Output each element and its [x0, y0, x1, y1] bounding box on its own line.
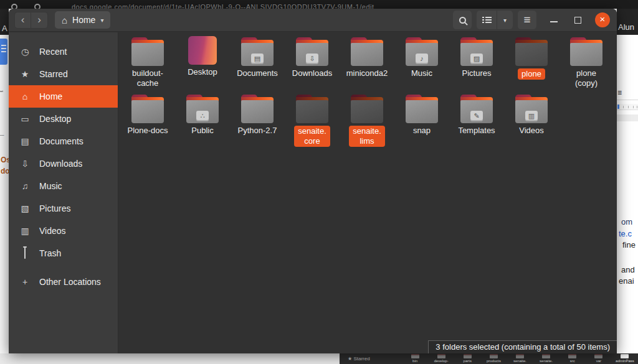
template-emblem-icon: ✎ — [470, 111, 483, 121]
search-button[interactable] — [453, 11, 472, 29]
file-item-plone-(copy)[interactable]: plone (copy) — [559, 36, 614, 88]
menu-button[interactable]: ≡ — [518, 11, 536, 29]
forward-button[interactable]: › — [31, 12, 48, 29]
mini-file-label: products — [487, 359, 501, 363]
sidebar-item-trash[interactable]: Trash — [9, 242, 118, 264]
sidebar-item-label: Documents — [39, 136, 83, 146]
sidebar-item-label: Home — [39, 91, 62, 101]
location-breadcrumb-button[interactable]: ⌂ Home ▾ — [55, 11, 110, 29]
sidebar-item-label: Trash — [39, 248, 61, 258]
file-item-videos[interactable]: ▥Videos — [504, 93, 559, 147]
sidebar-item-label: Starred — [39, 69, 68, 79]
file-item-downloads[interactable]: ⇩Downloads — [285, 36, 340, 88]
sidebar-item-music[interactable]: ♫Music — [9, 175, 118, 197]
sidebar-item-pictures[interactable]: ▧Pictures — [9, 197, 118, 220]
background-mini-file-senaite: senaite. — [507, 353, 533, 364]
list-view-button[interactable] — [477, 11, 497, 29]
sidebar-item-videos[interactable]: ▥Videos — [9, 220, 118, 242]
chevron-down-icon: ▾ — [503, 17, 507, 24]
folder-icon — [542, 354, 550, 358]
maximize-button[interactable] — [574, 17, 581, 24]
file-item-public[interactable]: ∴Public — [175, 93, 230, 147]
files-window: ‹ › ⌂ Home ▾ ▾ ≡ × ◷Recent★Starred⌂Home▭… — [9, 9, 617, 353]
file-item-senaite.-lims[interactable]: senaite. lims — [340, 93, 394, 147]
background-mini-file-row: bindevelop-partsproductssenaite.senaite.… — [402, 353, 638, 364]
background-bottom-window[interactable]: ★ Starred bindevelop-partsproductssenait… — [0, 353, 638, 364]
back-button[interactable]: ‹ — [14, 12, 31, 29]
file-item-buildout--cache[interactable]: buildout- cache — [120, 36, 175, 88]
file-item-senaite.-core[interactable]: senaite. core — [285, 93, 340, 147]
download-icon: ⇩ — [19, 159, 31, 169]
background-doc-icon — [0, 39, 7, 65]
background-mini-file-products: products — [480, 353, 507, 364]
folder-icon — [437, 354, 445, 358]
sidebar-item-documents[interactable]: ▤Documents — [9, 130, 118, 152]
background-docs-divider — [617, 100, 638, 100]
view-options-button[interactable]: ▾ — [497, 11, 513, 29]
sidebar-item-label: Recent — [39, 47, 67, 57]
download-emblem-icon: ⇩ — [306, 54, 318, 64]
file-item-templates[interactable]: ✎Templates — [449, 93, 504, 147]
file-label: plone (copy) — [575, 68, 598, 88]
file-icon — [621, 354, 629, 358]
background-mini-file-develop: develop- — [428, 353, 454, 364]
minimize-button[interactable] — [550, 21, 558, 22]
mini-file-label: senaite. — [540, 359, 553, 363]
sidebar-item-desktop[interactable]: ▭Desktop — [9, 108, 118, 130]
file-grid: buildout- cacheDesktop▤Documents⇩Downloa… — [119, 32, 617, 147]
file-item-miniconda2[interactable]: miniconda2 — [340, 36, 394, 88]
folder-icon: ▤ — [240, 37, 275, 66]
mini-file-label: var — [596, 359, 601, 363]
folder-icon — [569, 37, 604, 66]
background-arrow-fragment: ← — [0, 128, 6, 139]
clock-icon: ◷ — [19, 47, 31, 57]
file-item-snap[interactable]: snap — [394, 93, 449, 147]
file-label: Python-2.7 — [238, 126, 277, 136]
view-toggle-split-button: ▾ — [477, 11, 513, 29]
background-docs-band — [617, 114, 638, 121]
background-docs-toolbar-fragment: ≡ — [617, 88, 622, 97]
sidebar-item-downloads[interactable]: ⇩Downloads — [9, 152, 118, 175]
search-icon — [459, 17, 466, 24]
file-item-plone-docs[interactable]: Plone-docs — [120, 93, 175, 147]
file-item-music[interactable]: ♪Music — [394, 36, 449, 88]
background-mini-file-adminpass: adminPass — [612, 353, 638, 364]
sidebar-item-starred[interactable]: ★Starred — [9, 63, 118, 85]
folder-icon — [130, 95, 165, 123]
background-link-fragment: te.c — [619, 229, 632, 238]
hamburger-icon: ≡ — [523, 14, 530, 26]
status-bar: 3 folders selected (containing a total o… — [428, 340, 617, 353]
sidebar-item-other-locations[interactable]: +Other Locations — [9, 271, 118, 293]
sidebar-item-label: Videos — [39, 226, 66, 236]
folder-icon — [295, 95, 330, 123]
music-emblem-icon: ♪ — [416, 54, 428, 64]
mini-file-label: adminPass — [616, 359, 634, 363]
background-starred-item: ★ Starred — [348, 356, 370, 362]
file-label: snap — [413, 126, 431, 136]
browser-reload-fragment-icon — [34, 4, 40, 9]
background-mini-file-parts: parts — [454, 353, 480, 364]
file-label: miniconda2 — [346, 68, 388, 78]
file-item-desktop[interactable]: Desktop — [175, 36, 230, 88]
window-controls: × — [536, 12, 617, 27]
file-item-plone[interactable]: plone — [504, 36, 559, 88]
sidebar-item-home[interactable]: ⌂Home — [9, 85, 118, 108]
star-icon: ★ — [348, 356, 352, 362]
mini-file-label: senaite. — [513, 359, 526, 363]
file-label: Plone-docs — [127, 126, 168, 136]
folder-icon — [240, 95, 275, 123]
file-item-pictures[interactable]: ▨Pictures — [449, 36, 504, 88]
close-button[interactable]: × — [595, 12, 610, 27]
desktop-stage: docs.google.com/document/d/1te-UAclQPWhL… — [0, 0, 638, 364]
background-text-fragment: and — [621, 265, 635, 274]
file-label: Videos — [519, 126, 544, 136]
folder-icon: ∴ — [185, 95, 220, 123]
folder-icon — [350, 95, 384, 123]
mini-file-label: develop- — [434, 359, 449, 363]
sidebar-item-recent[interactable]: ◷Recent — [9, 40, 118, 63]
file-item-documents[interactable]: ▤Documents — [230, 36, 285, 88]
list-view-icon — [482, 16, 492, 24]
mini-file-label: src — [570, 359, 575, 363]
file-item-python-2.7[interactable]: Python-2.7 — [230, 93, 285, 147]
trash-icon — [19, 248, 31, 258]
